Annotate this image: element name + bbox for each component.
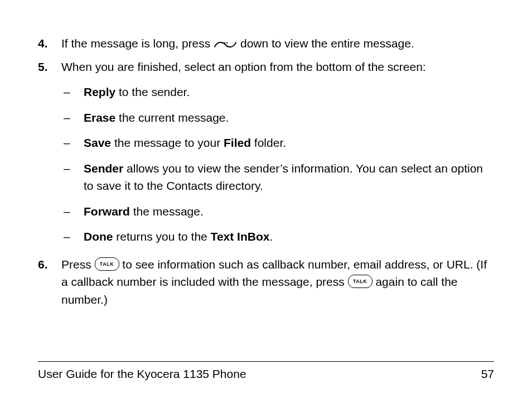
option-done: – Done returns you to the Text InBox. bbox=[38, 228, 494, 246]
page-number: 57 bbox=[481, 367, 494, 381]
option-reply-label: Reply bbox=[84, 85, 115, 98]
option-reply-text: to the sender. bbox=[115, 85, 190, 98]
page-content: 4. If the message is long, press down to… bbox=[38, 35, 494, 308]
talk-button-icon: TALK bbox=[348, 275, 373, 288]
step-number: 6. bbox=[38, 256, 61, 309]
option-sender: – Sender allows you to view the sender’s… bbox=[38, 160, 494, 195]
option-body: Sender allows you to view the sender’s i… bbox=[84, 160, 494, 195]
step-4: 4. If the message is long, press down to… bbox=[38, 35, 494, 52]
step-body: When you are finished, select an option … bbox=[61, 58, 494, 76]
option-sender-label: Sender bbox=[84, 162, 123, 175]
option-body: Erase the current message. bbox=[84, 109, 494, 127]
step-6: 6. Press TALK to see information such as… bbox=[38, 256, 494, 309]
option-save-label: Save bbox=[84, 136, 111, 149]
step-body: If the message is long, press down to vi… bbox=[61, 35, 494, 52]
svg-point-1 bbox=[226, 42, 228, 44]
option-done-text1: returns you to the bbox=[113, 230, 211, 243]
option-done-label: Done bbox=[84, 230, 113, 243]
page-footer: User Guide for the Kyocera 1135 Phone 57 bbox=[38, 361, 494, 381]
svg-point-0 bbox=[224, 42, 225, 44]
options-list: – Reply to the sender. – Erase the curre… bbox=[38, 83, 494, 246]
footer-title: User Guide for the Kyocera 1135 Phone bbox=[38, 367, 246, 381]
dash-bullet: – bbox=[64, 134, 84, 152]
step-4-pre: If the message is long, press bbox=[61, 37, 214, 50]
dash-bullet: – bbox=[64, 203, 84, 221]
step-4-post: down to view the entire message. bbox=[240, 37, 414, 50]
dash-bullet: – bbox=[64, 83, 84, 101]
option-body: Reply to the sender. bbox=[84, 83, 494, 101]
option-forward-label: Forward bbox=[84, 205, 130, 218]
step-6-pre: Press bbox=[61, 258, 95, 271]
option-done-text2: . bbox=[269, 230, 273, 243]
option-forward: – Forward the message. bbox=[38, 203, 494, 221]
step-body: Press TALK to see information such as ca… bbox=[61, 256, 494, 309]
option-forward-text: the message. bbox=[130, 205, 204, 218]
talk-button-icon: TALK bbox=[95, 257, 119, 271]
option-reply: – Reply to the sender. bbox=[38, 83, 494, 101]
dash-bullet: – bbox=[64, 160, 84, 195]
option-save-text2: folder. bbox=[251, 136, 286, 149]
option-body: Save the message to your Filed folder. bbox=[84, 134, 494, 152]
option-body: Done returns you to the Text InBox. bbox=[84, 228, 494, 246]
document-page: 4. If the message is long, press down to… bbox=[0, 0, 532, 412]
step-number: 4. bbox=[38, 35, 61, 52]
option-save: – Save the message to your Filed folder. bbox=[38, 134, 494, 152]
step-5: 5. When you are finished, select an opti… bbox=[38, 58, 494, 76]
navigation-key-icon bbox=[214, 37, 237, 49]
dash-bullet: – bbox=[64, 228, 84, 246]
step-number: 5. bbox=[38, 58, 61, 76]
dash-bullet: – bbox=[64, 109, 84, 127]
option-erase: – Erase the current message. bbox=[38, 109, 494, 127]
option-sender-text: allows you to view the sender’s informat… bbox=[84, 162, 483, 193]
option-inbox-label: Text InBox bbox=[211, 230, 270, 243]
option-body: Forward the message. bbox=[84, 203, 494, 221]
option-erase-label: Erase bbox=[84, 111, 115, 124]
option-erase-text: the current message. bbox=[115, 111, 229, 124]
option-filed-label: Filed bbox=[224, 136, 251, 149]
option-save-text1: the message to your bbox=[111, 136, 224, 149]
